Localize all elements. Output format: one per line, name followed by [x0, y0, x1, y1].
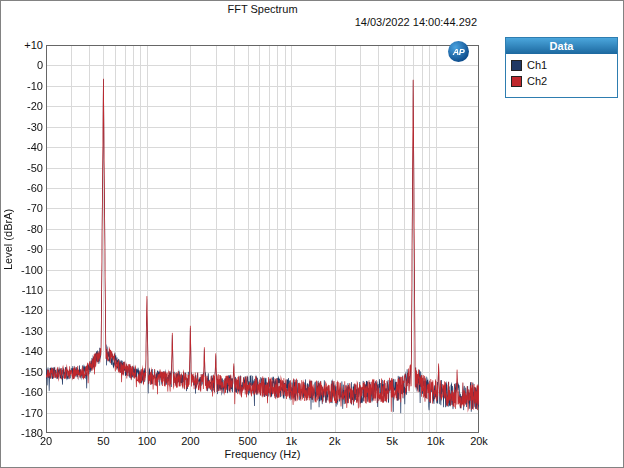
legend-panel: Data Ch1 Ch2 [505, 37, 618, 98]
x-tick-label: 20k [459, 435, 499, 447]
measurement-timestamp: 14/03/2022 14:00:44.292 [355, 16, 477, 28]
x-tick-label: 1k [271, 435, 311, 447]
x-tick-label: 20 [26, 435, 66, 447]
x-tick-label: 100 [127, 435, 167, 447]
x-tick-label: 5k [372, 435, 412, 447]
legend-item-label: Ch2 [527, 75, 547, 87]
x-tick-label: 10k [416, 435, 456, 447]
plot-canvas[interactable] [46, 45, 479, 433]
legend-body: Ch1 Ch2 [506, 54, 617, 97]
ch1-color-swatch [511, 60, 522, 71]
legend-item-ch2[interactable]: Ch2 [506, 73, 617, 89]
legend-header[interactable]: Data [506, 38, 617, 54]
x-axis-title: Frequency (Hz) [46, 448, 479, 460]
x-tick-label: 500 [228, 435, 268, 447]
x-tick-label: 200 [170, 435, 210, 447]
page-title: FFT Spectrum [46, 3, 479, 15]
ap-logo-icon: AP [448, 41, 469, 62]
ch2-color-swatch [511, 76, 522, 87]
y-axis-title: Level (dBrA) [1, 45, 15, 433]
x-tick-label: 50 [83, 435, 123, 447]
legend-item-label: Ch1 [527, 59, 547, 71]
x-tick-label: 2k [315, 435, 355, 447]
legend-item-ch1[interactable]: Ch1 [506, 57, 617, 73]
fft-spectrum-window: FFT Spectrum 14/03/2022 14:00:44.292 +10… [0, 0, 624, 468]
